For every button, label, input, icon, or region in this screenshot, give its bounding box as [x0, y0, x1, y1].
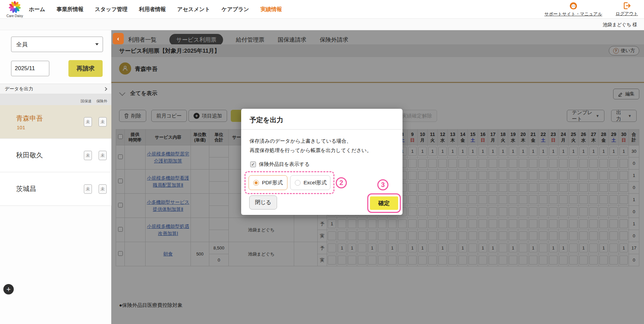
modal-message: 保存済みのデータから上書きしている場合、 再度保存処理を行ってから帳票を出力して… [250, 136, 372, 155]
user-list-item[interactable]: 秋田敬久未未 [0, 139, 111, 172]
export-data-label: データを出力 [5, 86, 33, 92]
staff-filter-select[interactable]: 全員 [11, 37, 103, 52]
user-list-item[interactable]: 青森申吾101未未 [0, 105, 111, 139]
status-badges: 未未 [84, 151, 107, 160]
sidebar-collapse-button[interactable]: ‹ [113, 33, 124, 44]
checkbox-checked-icon[interactable]: ✓ [250, 161, 256, 167]
user-list: 青森申吾101未未秋田敬久未未茨城昌未未 [0, 105, 111, 206]
account-strip: 池袋まどぐち 様 [0, 19, 644, 30]
show-noninsurance-checkbox[interactable]: ✓ 保険外品目を表示する [250, 161, 310, 168]
status-header-strip: 国保連保険外 [0, 94, 111, 105]
nav-item-ケアプラン[interactable]: ケアプラン [222, 6, 249, 13]
status-badge: 未 [84, 117, 92, 127]
annotation-step3-number: 3 [377, 179, 388, 190]
nav-item-利用者情報[interactable]: 利用者情報 [139, 6, 166, 13]
nav-item-スタッフ管理[interactable]: スタッフ管理 [95, 6, 128, 13]
rebill-button[interactable]: 再請求 [68, 60, 103, 77]
status-badge: 未 [99, 151, 107, 160]
radio-excel-label: Excel形式 [304, 179, 327, 186]
user-name: 青森申吾 [16, 114, 43, 123]
status-col-header: 国保連 [80, 99, 92, 104]
headset-icon [569, 1, 578, 10]
nav-item-アセスメント[interactable]: アセスメント [177, 6, 210, 13]
main-nav: ホーム事業所情報スタッフ管理利用者情報アセスメントケアプラン実績情報 [29, 0, 282, 19]
logout-icon [623, 1, 631, 10]
radio-selected-icon[interactable] [253, 180, 259, 186]
status-badge: 未 [84, 184, 92, 194]
support-link-label[interactable]: サポートサイト・マニュアル [544, 11, 602, 17]
checkbox-label: 保険外品目を表示する [259, 161, 310, 168]
chevron-right-icon [103, 87, 107, 91]
logout-link[interactable]: ログアウト [615, 1, 638, 17]
add-user-button[interactable]: + [3, 284, 14, 294]
brand-name: Care Daisy [5, 14, 25, 18]
user-name: 秋田敬久 [16, 151, 43, 160]
radio-pdf-label: PDF形式 [262, 179, 283, 186]
status-badge: 未 [84, 151, 92, 160]
staff-filter-value: 全員 [16, 41, 28, 48]
divider [241, 129, 402, 130]
radio-unselected-icon[interactable] [295, 180, 301, 186]
month-input[interactable] [11, 61, 49, 76]
support-link[interactable]: サポートサイト・マニュアル [544, 1, 602, 17]
status-col-header: 保険外 [96, 99, 107, 104]
confirm-button[interactable]: 確定 [370, 196, 398, 210]
status-badges: 未未 [84, 184, 107, 194]
account-name: 池袋まどぐち 様 [603, 22, 637, 28]
status-badges: 未未 [84, 117, 107, 127]
modal-message-line1: 保存済みのデータから上書きしている場合、 [250, 136, 372, 146]
modal-title: 予定を出力 [250, 115, 283, 125]
nav-item-ホーム[interactable]: ホーム [29, 6, 45, 13]
annotation-step3-box: 確定 [367, 193, 401, 213]
nav-item-事業所情報[interactable]: 事業所情報 [57, 6, 84, 13]
radio-excel-format[interactable]: Excel形式 [290, 175, 330, 190]
flower-logo-icon [8, 1, 21, 13]
export-data-row[interactable]: データを出力 [0, 84, 111, 94]
radio-pdf-format[interactable]: PDF形式 [249, 175, 287, 190]
user-list-item[interactable]: 茨城昌未未 [0, 172, 111, 206]
status-badge: 未 [99, 117, 107, 127]
status-badge: 未 [99, 184, 107, 194]
user-name: 茨城昌 [16, 184, 36, 193]
modal-message-line2: 再度保存処理を行ってから帳票を出力してください。 [250, 146, 372, 155]
annotation-step2-number: 2 [336, 177, 347, 188]
sidebar: 全員 再請求 データを出力 国保連保険外 青森申吾101未未秋田敬久未未茨城昌未… [0, 30, 111, 324]
nav-item-実績情報[interactable]: 実績情報 [260, 6, 282, 13]
chevron-down-icon [95, 43, 99, 45]
export-plan-modal: 予定を出力 保存済みのデータから上書きしている場合、 再度保存処理を行ってから帳… [241, 109, 402, 215]
topbar: Care Daisy ホーム事業所情報スタッフ管理利用者情報アセスメントケアプラ… [0, 0, 644, 19]
app-logo[interactable]: Care Daisy [5, 1, 25, 18]
logout-link-label[interactable]: ログアウト [615, 11, 638, 17]
close-button[interactable]: 閉じる [249, 195, 277, 210]
user-code: 101 [17, 125, 25, 130]
